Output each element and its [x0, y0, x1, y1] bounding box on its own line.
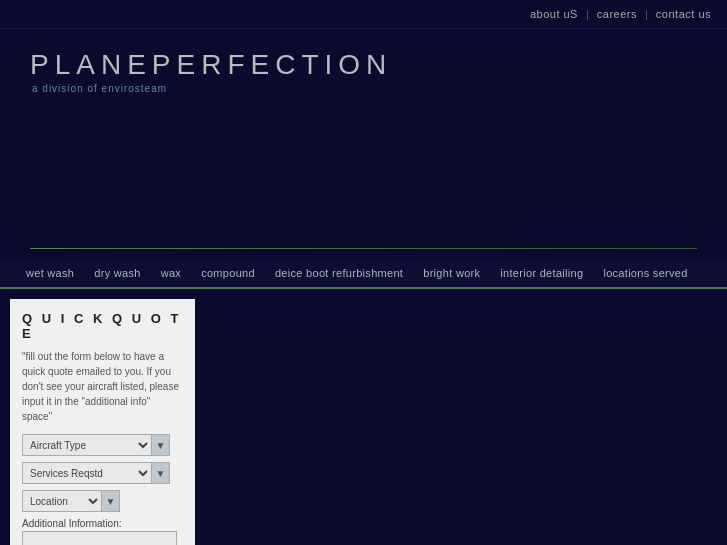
about-us-link[interactable]: about uS — [530, 8, 578, 20]
additional-info-row: Additional Information: — [22, 518, 183, 545]
location-row: Location ▼ — [22, 490, 183, 512]
additional-info-textarea[interactable] — [22, 531, 177, 545]
logo-subtitle: a division of envirosteam — [32, 83, 167, 94]
careers-link[interactable]: careers — [597, 8, 637, 20]
service-nav-locations-served[interactable]: locations served — [593, 265, 697, 281]
nav-separator-2: | — [645, 8, 648, 20]
nav-separator-1: | — [586, 8, 589, 20]
aircraft-type-select[interactable]: Aircraft Type — [22, 434, 152, 456]
service-nav-deice-boot[interactable]: deice boot refurbishment — [265, 265, 413, 281]
logo: PLANEPERFECTION a division of envirostea… — [30, 49, 697, 94]
service-nav-bright-work[interactable]: bright work — [413, 265, 490, 281]
location-dropdown-btn[interactable]: ▼ — [102, 490, 120, 512]
service-nav: wet wash dry wash wax compound deice boo… — [0, 259, 727, 289]
quick-quote-panel: Q U I C K Q U O T E "fill out the form b… — [10, 299, 195, 545]
service-nav-interior-detailing[interactable]: interior detailing — [490, 265, 593, 281]
quick-quote-description: "fill out the form below to have a quick… — [22, 349, 183, 424]
services-select[interactable]: Services Reqstd — [22, 462, 152, 484]
additional-info-label: Additional Information: — [22, 518, 183, 529]
header: PLANEPERFECTION a division of envirostea… — [0, 29, 727, 259]
header-line — [30, 248, 697, 249]
quick-quote-title: Q U I C K Q U O T E — [22, 311, 183, 341]
service-nav-dry-wash[interactable]: dry wash — [84, 265, 150, 281]
top-nav: about uS | careers | contact us — [0, 0, 727, 29]
service-nav-wet-wash[interactable]: wet wash — [16, 265, 84, 281]
main-content: Q U I C K Q U O T E "fill out the form b… — [0, 289, 727, 545]
location-select[interactable]: Location — [22, 490, 102, 512]
aircraft-type-row: Aircraft Type ▼ — [22, 434, 183, 456]
services-row: Services Reqstd ▼ — [22, 462, 183, 484]
logo-plane: PLANE — [30, 49, 152, 80]
contact-us-link[interactable]: contact us — [656, 8, 711, 20]
service-nav-compound[interactable]: compound — [191, 265, 265, 281]
logo-perfection: PERFECTION — [152, 49, 392, 80]
service-nav-wax[interactable]: wax — [151, 265, 191, 281]
services-dropdown-btn[interactable]: ▼ — [152, 462, 170, 484]
logo-text: PLANEPERFECTION — [30, 49, 392, 81]
aircraft-type-dropdown-btn[interactable]: ▼ — [152, 434, 170, 456]
